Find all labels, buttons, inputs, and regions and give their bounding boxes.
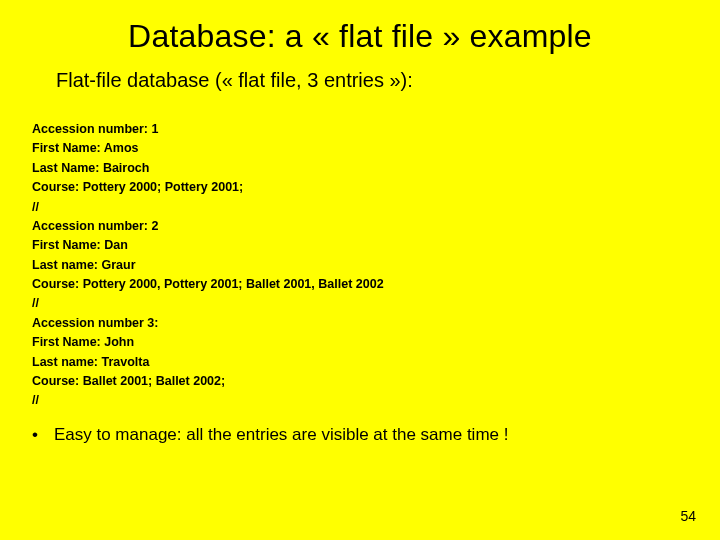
bullet-marker: • (32, 425, 38, 445)
bullet-text: Easy to manage: all the entries are visi… (54, 425, 509, 445)
entry-line: Accession number: 2 (32, 217, 720, 236)
entry-line: Last name: Graur (32, 256, 720, 275)
entry-line: Last Name: Bairoch (32, 159, 720, 178)
entry-line: Accession number: 1 (32, 120, 720, 139)
entry-line: First Name: Dan (32, 236, 720, 255)
entry-line: First Name: John (32, 333, 720, 352)
entry-line: Course: Pottery 2000, Pottery 2001; Ball… (32, 275, 720, 294)
entry-separator: // (32, 391, 720, 410)
page-number: 54 (680, 508, 696, 524)
flat-file-block: Accession number: 1 First Name: Amos Las… (0, 120, 720, 411)
bullet-point: • Easy to manage: all the entries are vi… (0, 411, 720, 445)
entry-line: Course: Pottery 2000; Pottery 2001; (32, 178, 720, 197)
slide-title: Database: a « flat file » example (0, 0, 720, 69)
entry-line: Accession number 3: (32, 314, 720, 333)
entry-line: Last name: Travolta (32, 353, 720, 372)
slide-subtitle: Flat-file database (« flat file, 3 entri… (0, 69, 720, 120)
entry-line: Course: Ballet 2001; Ballet 2002; (32, 372, 720, 391)
entry-separator: // (32, 294, 720, 313)
entry-line: First Name: Amos (32, 139, 720, 158)
entry-separator: // (32, 198, 720, 217)
